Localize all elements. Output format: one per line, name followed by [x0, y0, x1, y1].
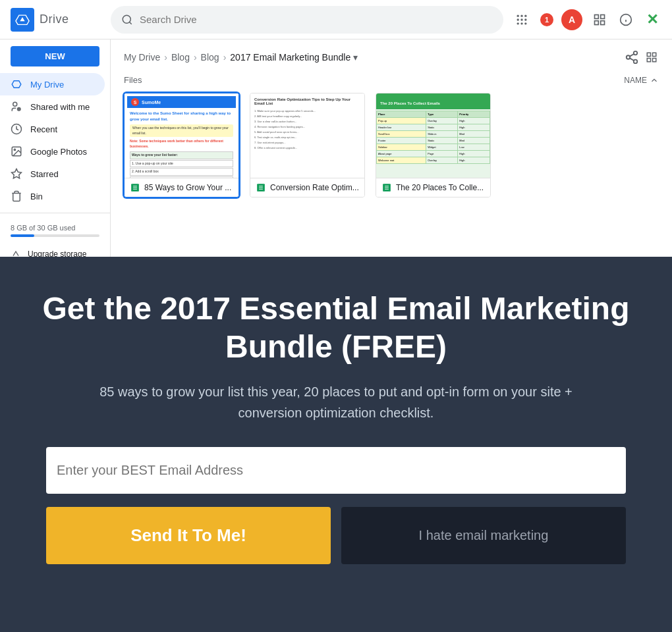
svg-point-9: [520, 22, 522, 24]
sidebar-item-label: My Drive: [30, 80, 64, 90]
sidebar-item-label: Shared with me: [30, 102, 90, 112]
svg-point-7: [524, 18, 526, 20]
storage-bar: [11, 234, 99, 237]
breadcrumb-sep-2: ›: [223, 52, 227, 63]
shared-icon: [11, 101, 22, 113]
recent-icon: [11, 123, 22, 135]
drive-logo: Drive: [11, 8, 103, 32]
send-button[interactable]: Send It To Me!: [46, 507, 331, 564]
storage-bar-fill: [11, 234, 34, 237]
main-layout: NEW My Drive Shared with me Recent Googl…: [0, 40, 672, 257]
svg-point-0: [123, 15, 130, 23]
svg-point-27: [634, 60, 638, 64]
top-actions: 1 A ✕: [511, 9, 661, 30]
svg-point-26: [627, 55, 630, 59]
sidebar-item-label: Recent: [30, 124, 57, 134]
content-area: My Drive › Blog › Blog › 2017 Email Mark…: [111, 40, 672, 257]
svg-line-28: [630, 58, 634, 61]
svg-point-2: [517, 14, 519, 16]
svg-point-25: [634, 51, 638, 55]
sidebar-item-bin[interactable]: Bin: [0, 185, 105, 207]
svg-rect-14: [601, 20, 605, 24]
info-icon[interactable]: [617, 11, 635, 29]
avatar[interactable]: A: [561, 9, 582, 30]
drive-logo-text: Drive: [40, 13, 69, 26]
file-thumbnail-2: The 20 Places To Collect Emails Place Ty…: [376, 93, 490, 178]
sheets-icon-1: [256, 182, 266, 193]
breadcrumb-item-1[interactable]: Blog: [171, 52, 190, 63]
sidebar-item-label: Starred: [30, 169, 59, 179]
svg-point-3: [520, 14, 522, 16]
overlay-popup: Get the 2017 Essential Email Marketing B…: [0, 257, 672, 632]
storage-text: 8 GB of 30 GB used: [11, 224, 99, 232]
sheets-icon-2: [381, 182, 392, 193]
breadcrumb-actions: [625, 50, 659, 65]
svg-point-22: [14, 149, 15, 150]
breadcrumb-current: 2017 Email Marketing Bundle ▾: [230, 52, 358, 63]
sidebar-item-label: Bin: [30, 192, 43, 201]
file-card-1[interactable]: Conversion Rate Optimization Tips to Ste…: [250, 93, 365, 198]
svg-rect-12: [601, 14, 605, 18]
share-icon[interactable]: [625, 50, 639, 65]
files-header: Files NAME: [124, 75, 659, 85]
star-icon: [11, 168, 22, 180]
file-name-0: 85 Ways to Grow Your ...: [144, 183, 231, 192]
svg-rect-11: [595, 14, 599, 18]
sort-arrow-icon: [650, 76, 659, 85]
svg-rect-33: [653, 59, 656, 62]
file-grid: S SumoMe Welcome to the Sumo Sheet for s…: [124, 93, 659, 198]
svg-rect-30: [647, 53, 650, 56]
file-name-1: Conversion Rate Optim...: [270, 183, 359, 192]
breadcrumb-current-label: 2017 Email Marketing Bundle: [230, 52, 350, 63]
hate-button[interactable]: I hate email marketing: [341, 507, 626, 564]
svg-rect-31: [653, 53, 656, 56]
sidebar: NEW My Drive Shared with me Recent Googl…: [0, 40, 111, 257]
sidebar-item-photos[interactable]: Google Photos: [0, 140, 105, 163]
svg-rect-13: [595, 20, 599, 24]
email-input-wrap[interactable]: [46, 447, 626, 494]
overlay-subtitle: 85 ways to grow your list this year, 20 …: [99, 381, 573, 423]
photos-icon: [11, 145, 22, 157]
svg-line-29: [630, 54, 634, 57]
top-bar: Drive 1 A ✕: [0, 0, 672, 40]
apps-icon[interactable]: [511, 9, 532, 30]
svg-point-5: [517, 18, 519, 20]
email-input[interactable]: [57, 450, 615, 491]
sidebar-item-recent[interactable]: Recent: [0, 118, 105, 140]
new-button[interactable]: NEW: [11, 46, 99, 66]
view-toggle-icon[interactable]: [644, 50, 659, 65]
notification-badge[interactable]: 1: [540, 13, 553, 26]
close-icon[interactable]: ✕: [643, 11, 661, 29]
svg-point-18: [13, 102, 17, 106]
sidebar-item-my-drive[interactable]: My Drive: [0, 73, 105, 95]
drive-logo-icon: [11, 8, 34, 32]
breadcrumb-sep-1: ›: [194, 52, 197, 63]
storage-info: 8 GB of 30 GB used: [0, 219, 110, 245]
bin-icon: [11, 190, 22, 202]
search-input[interactable]: [140, 14, 493, 25]
grid-icon[interactable]: [590, 11, 609, 29]
drive-icon: [11, 78, 22, 90]
file-card-2[interactable]: The 20 Places To Collect Emails Place Ty…: [376, 93, 491, 198]
sidebar-item-starred[interactable]: Starred: [0, 163, 105, 185]
file-thumbnail-1: Conversion Rate Optimization Tips to Ste…: [250, 93, 364, 178]
svg-point-8: [517, 22, 519, 24]
search-bar[interactable]: [111, 6, 503, 34]
breadcrumb-sep-0: ›: [164, 52, 167, 63]
breadcrumb-dropdown-icon[interactable]: ▾: [353, 52, 358, 63]
sheets-icon-0: [130, 182, 140, 193]
file-footer-0: 85 Ways to Grow Your ...: [125, 178, 238, 197]
file-name-2: The 20 Places To Colle...: [396, 183, 484, 192]
files-sort[interactable]: NAME: [624, 76, 659, 85]
svg-marker-23: [12, 169, 22, 178]
file-card-0[interactable]: S SumoMe Welcome to the Sumo Sheet for s…: [124, 93, 239, 198]
svg-point-6: [520, 18, 522, 20]
breadcrumb-item-0[interactable]: My Drive: [124, 52, 160, 63]
breadcrumb: My Drive › Blog › Blog › 2017 Email Mark…: [124, 50, 659, 65]
sidebar-item-shared[interactable]: Shared with me: [0, 95, 105, 118]
cta-row: Send It To Me! I hate email marketing: [46, 507, 626, 564]
sidebar-divider: [0, 213, 110, 213]
breadcrumb-item-2[interactable]: Blog: [201, 52, 219, 63]
sort-label: NAME: [624, 76, 647, 85]
search-icon: [121, 14, 133, 26]
